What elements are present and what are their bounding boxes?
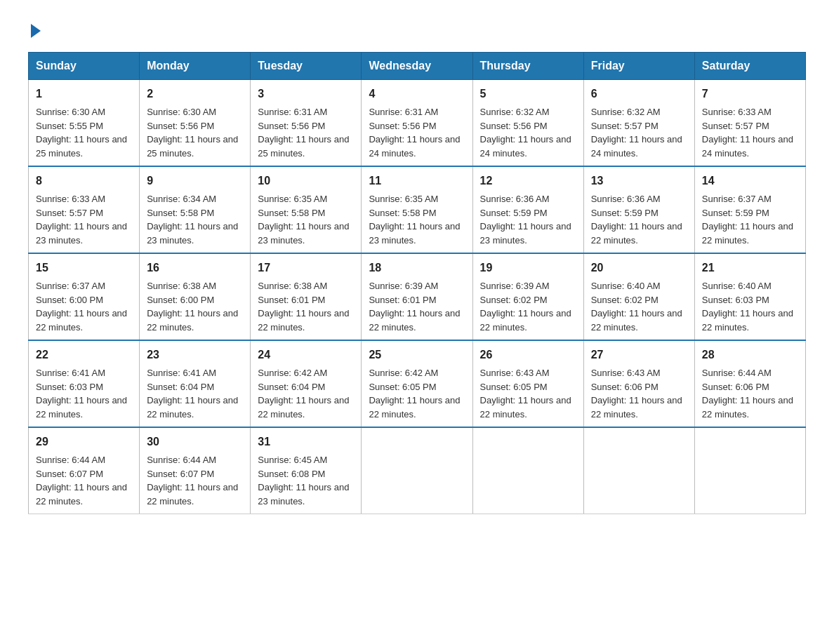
calendar-header: SundayMondayTuesdayWednesdayThursdayFrid… — [29, 53, 806, 80]
day-number: 1 — [36, 86, 132, 102]
day-number: 21 — [702, 260, 798, 276]
day-info: Sunrise: 6:43 AMSunset: 6:06 PMDaylight:… — [591, 368, 682, 420]
page-header — [28, 21, 806, 38]
weekday-header-row: SundayMondayTuesdayWednesdayThursdayFrid… — [29, 53, 806, 80]
weekday-header-friday: Friday — [583, 53, 694, 80]
day-number: 18 — [369, 260, 465, 276]
calendar-cell: 11 Sunrise: 6:35 AMSunset: 5:58 PMDaylig… — [362, 166, 472, 253]
day-number: 8 — [36, 173, 132, 189]
day-info: Sunrise: 6:35 AMSunset: 5:58 PMDaylight:… — [258, 194, 349, 246]
weekday-header-monday: Monday — [140, 53, 251, 80]
day-info: Sunrise: 6:36 AMSunset: 5:59 PMDaylight:… — [591, 194, 682, 246]
calendar-cell — [472, 427, 583, 514]
day-info: Sunrise: 6:38 AMSunset: 6:01 PMDaylight:… — [258, 281, 349, 333]
day-info: Sunrise: 6:30 AMSunset: 5:55 PMDaylight:… — [36, 107, 127, 159]
day-number: 16 — [147, 260, 243, 276]
calendar-cell: 15 Sunrise: 6:37 AMSunset: 6:00 PMDaylig… — [29, 253, 140, 340]
day-info: Sunrise: 6:41 AMSunset: 6:04 PMDaylight:… — [147, 368, 238, 420]
day-info: Sunrise: 6:44 AMSunset: 6:07 PMDaylight:… — [36, 455, 127, 507]
day-number: 3 — [258, 86, 354, 102]
calendar-cell: 19 Sunrise: 6:39 AMSunset: 6:02 PMDaylig… — [472, 253, 583, 340]
day-number: 31 — [258, 434, 354, 450]
calendar-week-row: 8 Sunrise: 6:33 AMSunset: 5:57 PMDayligh… — [29, 166, 806, 253]
calendar-week-row: 15 Sunrise: 6:37 AMSunset: 6:00 PMDaylig… — [29, 253, 806, 340]
calendar-cell: 17 Sunrise: 6:38 AMSunset: 6:01 PMDaylig… — [251, 253, 362, 340]
day-number: 4 — [369, 86, 465, 102]
day-info: Sunrise: 6:33 AMSunset: 5:57 PMDaylight:… — [702, 107, 793, 159]
weekday-header-thursday: Thursday — [472, 53, 583, 80]
calendar-cell: 31 Sunrise: 6:45 AMSunset: 6:08 PMDaylig… — [251, 427, 362, 514]
day-info: Sunrise: 6:30 AMSunset: 5:56 PMDaylight:… — [147, 107, 238, 159]
day-number: 12 — [480, 173, 576, 189]
day-number: 10 — [258, 173, 354, 189]
calendar-cell: 14 Sunrise: 6:37 AMSunset: 5:59 PMDaylig… — [694, 166, 805, 253]
day-number: 9 — [147, 173, 243, 189]
weekday-header-wednesday: Wednesday — [362, 53, 472, 80]
calendar-cell: 7 Sunrise: 6:33 AMSunset: 5:57 PMDayligh… — [694, 80, 805, 167]
calendar-cell: 23 Sunrise: 6:41 AMSunset: 6:04 PMDaylig… — [140, 340, 251, 427]
day-number: 23 — [147, 347, 243, 363]
day-number: 19 — [480, 260, 576, 276]
calendar-cell: 8 Sunrise: 6:33 AMSunset: 5:57 PMDayligh… — [29, 166, 140, 253]
calendar-cell: 22 Sunrise: 6:41 AMSunset: 6:03 PMDaylig… — [29, 340, 140, 427]
day-info: Sunrise: 6:43 AMSunset: 6:05 PMDaylight:… — [480, 368, 571, 420]
calendar-cell: 27 Sunrise: 6:43 AMSunset: 6:06 PMDaylig… — [583, 340, 694, 427]
day-info: Sunrise: 6:31 AMSunset: 5:56 PMDaylight:… — [369, 107, 460, 159]
calendar-cell — [583, 427, 694, 514]
day-info: Sunrise: 6:37 AMSunset: 5:59 PMDaylight:… — [702, 194, 793, 246]
day-number: 30 — [147, 434, 243, 450]
day-info: Sunrise: 6:40 AMSunset: 6:02 PMDaylight:… — [591, 281, 682, 333]
day-number: 5 — [480, 86, 576, 102]
day-number: 29 — [36, 434, 132, 450]
day-info: Sunrise: 6:40 AMSunset: 6:03 PMDaylight:… — [702, 281, 793, 333]
day-number: 7 — [702, 86, 798, 102]
day-number: 22 — [36, 347, 132, 363]
calendar-cell: 1 Sunrise: 6:30 AMSunset: 5:55 PMDayligh… — [29, 80, 140, 167]
calendar-cell: 29 Sunrise: 6:44 AMSunset: 6:07 PMDaylig… — [29, 427, 140, 514]
day-number: 15 — [36, 260, 132, 276]
day-number: 25 — [369, 347, 465, 363]
logo — [28, 21, 41, 38]
day-info: Sunrise: 6:35 AMSunset: 5:58 PMDaylight:… — [369, 194, 460, 246]
calendar-cell: 13 Sunrise: 6:36 AMSunset: 5:59 PMDaylig… — [583, 166, 694, 253]
day-info: Sunrise: 6:39 AMSunset: 6:02 PMDaylight:… — [480, 281, 571, 333]
day-info: Sunrise: 6:45 AMSunset: 6:08 PMDaylight:… — [258, 455, 349, 507]
calendar-cell: 9 Sunrise: 6:34 AMSunset: 5:58 PMDayligh… — [140, 166, 251, 253]
day-info: Sunrise: 6:39 AMSunset: 6:01 PMDaylight:… — [369, 281, 460, 333]
calendar-cell: 30 Sunrise: 6:44 AMSunset: 6:07 PMDaylig… — [140, 427, 251, 514]
calendar-cell: 20 Sunrise: 6:40 AMSunset: 6:02 PMDaylig… — [583, 253, 694, 340]
weekday-header-saturday: Saturday — [694, 53, 805, 80]
calendar-cell: 5 Sunrise: 6:32 AMSunset: 5:56 PMDayligh… — [472, 80, 583, 167]
day-number: 26 — [480, 347, 576, 363]
calendar-cell: 25 Sunrise: 6:42 AMSunset: 6:05 PMDaylig… — [362, 340, 472, 427]
calendar-cell: 24 Sunrise: 6:42 AMSunset: 6:04 PMDaylig… — [251, 340, 362, 427]
calendar-week-row: 1 Sunrise: 6:30 AMSunset: 5:55 PMDayligh… — [29, 80, 806, 167]
weekday-header-tuesday: Tuesday — [251, 53, 362, 80]
day-info: Sunrise: 6:41 AMSunset: 6:03 PMDaylight:… — [36, 368, 127, 420]
day-number: 13 — [591, 173, 687, 189]
calendar-cell: 18 Sunrise: 6:39 AMSunset: 6:01 PMDaylig… — [362, 253, 472, 340]
calendar-cell: 21 Sunrise: 6:40 AMSunset: 6:03 PMDaylig… — [694, 253, 805, 340]
day-number: 27 — [591, 347, 687, 363]
day-number: 14 — [702, 173, 798, 189]
day-number: 2 — [147, 86, 243, 102]
day-info: Sunrise: 6:32 AMSunset: 5:56 PMDaylight:… — [480, 107, 571, 159]
day-info: Sunrise: 6:36 AMSunset: 5:59 PMDaylight:… — [480, 194, 571, 246]
calendar-cell — [362, 427, 472, 514]
day-info: Sunrise: 6:31 AMSunset: 5:56 PMDaylight:… — [258, 107, 349, 159]
calendar-cell: 4 Sunrise: 6:31 AMSunset: 5:56 PMDayligh… — [362, 80, 472, 167]
weekday-header-sunday: Sunday — [29, 53, 140, 80]
day-number: 17 — [258, 260, 354, 276]
calendar-cell: 26 Sunrise: 6:43 AMSunset: 6:05 PMDaylig… — [472, 340, 583, 427]
day-info: Sunrise: 6:42 AMSunset: 6:04 PMDaylight:… — [258, 368, 349, 420]
day-info: Sunrise: 6:37 AMSunset: 6:00 PMDaylight:… — [36, 281, 127, 333]
day-info: Sunrise: 6:44 AMSunset: 6:07 PMDaylight:… — [147, 455, 238, 507]
calendar-week-row: 22 Sunrise: 6:41 AMSunset: 6:03 PMDaylig… — [29, 340, 806, 427]
calendar-body: 1 Sunrise: 6:30 AMSunset: 5:55 PMDayligh… — [29, 80, 806, 514]
calendar-table: SundayMondayTuesdayWednesdayThursdayFrid… — [28, 52, 806, 514]
calendar-week-row: 29 Sunrise: 6:44 AMSunset: 6:07 PMDaylig… — [29, 427, 806, 514]
day-info: Sunrise: 6:32 AMSunset: 5:57 PMDaylight:… — [591, 107, 682, 159]
day-info: Sunrise: 6:44 AMSunset: 6:06 PMDaylight:… — [702, 368, 793, 420]
calendar-cell — [694, 427, 805, 514]
calendar-cell: 2 Sunrise: 6:30 AMSunset: 5:56 PMDayligh… — [140, 80, 251, 167]
